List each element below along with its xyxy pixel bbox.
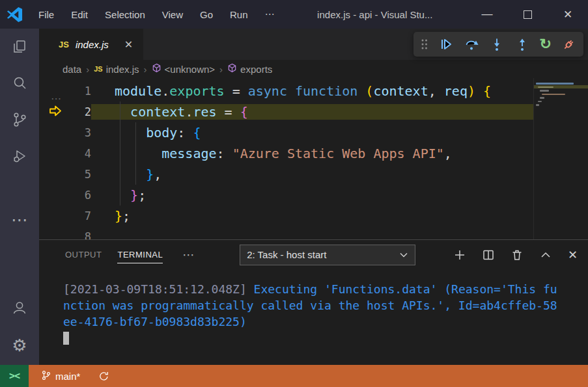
step-out-icon[interactable] — [514, 36, 530, 52]
maximize-button[interactable] — [507, 0, 548, 29]
source-control-icon[interactable] — [0, 101, 39, 138]
line-number[interactable]: 3 — [39, 126, 91, 139]
terminal-dropdown[interactable]: 2: Task - host start — [240, 245, 415, 265]
symbol-module-icon — [227, 63, 237, 75]
continue-icon[interactable] — [438, 36, 454, 52]
code-line[interactable]: 6 }; — [39, 185, 533, 206]
vscode-logo-icon — [6, 6, 23, 23]
accounts-icon[interactable] — [0, 289, 39, 326]
code-line[interactable]: 3 body: { — [39, 122, 533, 143]
step-over-icon[interactable] — [464, 36, 479, 52]
minimap-line — [536, 83, 574, 85]
restart-icon[interactable]: ↻ — [540, 37, 552, 51]
menu-view[interactable]: View — [154, 0, 191, 29]
breadcrumb-unknown-symbol[interactable]: <unknown> — [152, 63, 216, 75]
sync-icon[interactable] — [94, 370, 113, 382]
branch-status[interactable]: main* — [37, 369, 84, 383]
title-bar: File Edit Selection View Go Run ⋯ index.… — [0, 0, 588, 29]
close-panel-icon[interactable]: ✕ — [568, 248, 578, 262]
editor-pane: 1module.exports = async function (contex… — [39, 78, 588, 239]
line-number[interactable]: 2 — [39, 105, 91, 118]
minimize-button[interactable]: — — [467, 0, 507, 29]
code-line[interactable]: 7}; — [39, 206, 533, 226]
breadcrumb-exports-symbol[interactable]: exports — [227, 63, 272, 75]
javascript-icon: JS — [59, 40, 69, 49]
code-line[interactable]: 4 message: "Azure Static Web Apps API", — [39, 143, 533, 164]
terminal-line — [63, 330, 588, 346]
code-line[interactable]: 2 context.res = { — [39, 101, 533, 122]
code-scroll[interactable]: 1module.exports = async function (contex… — [39, 78, 533, 239]
panel-actions: ✕ — [453, 248, 578, 262]
code-text: module.exports = async function (context… — [91, 83, 533, 99]
javascript-icon: JS — [94, 65, 102, 73]
symbol-module-icon — [152, 63, 161, 75]
terminal-output[interactable]: [2021-03-09T18:51:12.048Z] Executing 'Fu… — [39, 269, 588, 365]
line-number[interactable]: 4 — [39, 147, 91, 160]
code-text: }; — [91, 208, 533, 224]
run-and-debug-icon[interactable] — [0, 138, 39, 174]
window-controls: — ✕ — [467, 0, 588, 29]
explorer-icon[interactable] — [0, 29, 39, 65]
settings-gear-icon[interactable]: ⚙ — [0, 326, 39, 365]
tab-label: index.js — [76, 39, 109, 50]
branch-icon — [41, 370, 51, 382]
search-icon[interactable] — [0, 65, 39, 101]
minimap-line — [536, 104, 539, 106]
code-text: message: "Azure Static Web Apps API", — [91, 146, 533, 161]
code-text: body: { — [91, 125, 533, 140]
breadcrumb-index-js[interactable]: JS index.js — [94, 64, 139, 75]
menu-selection[interactable]: Selection — [96, 0, 154, 29]
menu-more-icon[interactable]: ⋯ — [257, 0, 283, 29]
breadcrumb-data[interactable]: data — [63, 64, 81, 75]
line-number[interactable]: 8 — [39, 230, 91, 239]
more-actions-icon[interactable]: ⋯ — [0, 204, 39, 235]
minimap-line — [540, 90, 549, 92]
disconnect-icon[interactable] — [561, 36, 577, 52]
code-text: context.res = { — [91, 104, 533, 120]
remote-indicator[interactable]: >< — [0, 365, 29, 387]
minimap[interactable] — [533, 78, 588, 239]
line-number[interactable]: 7 — [39, 209, 91, 222]
menu-go[interactable]: Go — [191, 0, 221, 29]
tab-output[interactable]: OUTPUT — [65, 247, 102, 263]
chevron-right-icon: › — [219, 64, 223, 75]
split-terminal-icon[interactable] — [482, 248, 495, 261]
menu-bar: File Edit Selection View Go Run ⋯ — [30, 0, 283, 29]
debug-toolbar: ↻ — [413, 32, 583, 57]
menu-file[interactable]: File — [30, 0, 63, 29]
step-into-icon[interactable] — [489, 36, 505, 52]
terminal-dropdown-value: 2: Task - host start — [247, 249, 326, 260]
new-terminal-icon[interactable] — [453, 248, 466, 261]
maximize-icon — [524, 10, 532, 19]
breadcrumb-label: index.js — [106, 64, 139, 75]
close-button[interactable]: ✕ — [548, 0, 588, 29]
chevron-down-icon — [399, 249, 408, 260]
code-line[interactable]: 5 }, — [39, 164, 533, 185]
code-text: }, — [91, 167, 533, 182]
breadcrumb-label: <unknown> — [165, 64, 216, 75]
minimap-active-line — [534, 85, 588, 88]
code-lines: 1module.exports = async function (contex… — [39, 81, 533, 239]
tab-close-icon[interactable]: ✕ — [124, 38, 133, 51]
line-number[interactable]: 1 — [39, 85, 91, 98]
line-number[interactable]: 5 — [39, 168, 91, 181]
line-number[interactable]: 6 — [39, 189, 91, 202]
terminal-line: ee-4176-bf67-b0983d83b225) — [63, 314, 588, 330]
maximize-panel-icon[interactable] — [539, 248, 552, 261]
status-bar: >< main* — [0, 365, 588, 387]
code-line[interactable]: 8 — [39, 226, 533, 239]
terminal-cursor — [63, 332, 69, 345]
branch-label: main* — [55, 371, 80, 382]
drag-handle-icon[interactable] — [420, 37, 428, 51]
tab-terminal[interactable]: TERMINAL — [117, 247, 163, 263]
panel-more-icon[interactable]: ⋯ — [178, 247, 198, 263]
debug-current-line-arrow-icon — [49, 105, 62, 119]
menu-run[interactable]: Run — [221, 0, 257, 29]
kill-terminal-icon[interactable] — [511, 248, 524, 261]
breadcrumb-label: exports — [240, 64, 272, 75]
menu-edit[interactable]: Edit — [63, 0, 96, 29]
minimap-line — [538, 101, 542, 103]
tab-index-js[interactable]: JS index.js ✕ — [39, 29, 143, 60]
chevron-right-icon: › — [144, 64, 147, 75]
code-line[interactable]: 1module.exports = async function (contex… — [39, 81, 533, 101]
